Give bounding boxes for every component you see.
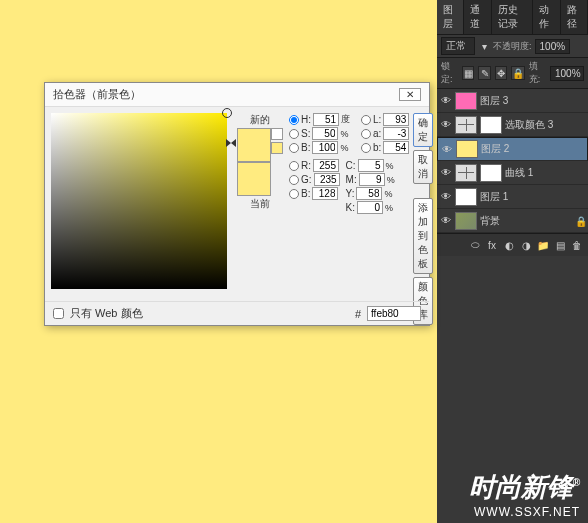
dialog-footer: 只有 Web 颜色 # <box>45 301 429 325</box>
color-picker-dialog: 拾色器（前景色） ✕ 新的 当前 <box>44 82 430 326</box>
new-label: 新的 <box>250 113 270 127</box>
hex-input[interactable] <box>367 306 421 321</box>
warning-icon[interactable] <box>271 128 283 140</box>
new-color-swatch[interactable] <box>237 128 271 162</box>
tab-layers[interactable]: 图层 <box>437 0 464 34</box>
layer-name: 图层 2 <box>481 142 509 156</box>
layer-name: 选取颜色 3 <box>505 118 553 132</box>
lock-position-icon[interactable]: ✥ <box>495 66 507 80</box>
trash-icon[interactable]: 🗑 <box>570 238 584 252</box>
layers-toolbar: ⬭ fx ◐ ◑ 📁 ▤ 🗑 <box>437 233 588 256</box>
lock-label: 锁定: <box>441 60 458 86</box>
eye-icon[interactable]: 👁 <box>441 143 453 155</box>
lock-pixels-icon[interactable]: ✎ <box>478 66 490 80</box>
adjustment-icon[interactable]: ◑ <box>519 238 533 252</box>
eye-icon[interactable]: 👁 <box>440 167 452 179</box>
rgb-b-radio[interactable] <box>289 189 299 199</box>
rgb-group: R: G: B: <box>289 159 340 214</box>
a-radio[interactable] <box>361 129 371 139</box>
ok-button[interactable]: 确定 <box>413 113 433 147</box>
r-radio[interactable] <box>289 161 299 171</box>
k-input[interactable] <box>357 201 383 214</box>
close-button[interactable]: ✕ <box>399 88 421 101</box>
fill-input[interactable]: 100% <box>550 66 584 81</box>
eye-icon[interactable]: 👁 <box>440 119 452 131</box>
g-input[interactable] <box>314 173 340 186</box>
tab-paths[interactable]: 路径 <box>561 0 588 34</box>
color-field[interactable] <box>51 113 227 289</box>
layers-panel: 图层 通道 历史记录 动作 路径 正常 ▾ 不透明度: 100% 锁定: ▦ ✎… <box>437 0 588 523</box>
layer-name: 背景 <box>480 214 500 228</box>
m-input[interactable] <box>359 173 385 186</box>
opacity-input[interactable]: 100% <box>535 39 571 54</box>
layer-name: 图层 1 <box>480 190 508 204</box>
layer-mask-thumb[interactable] <box>480 116 502 134</box>
layer-row[interactable]: 👁 图层 3 <box>437 89 588 113</box>
g-radio[interactable] <box>289 175 299 185</box>
a-input[interactable] <box>383 127 409 140</box>
hsb-group: H:度 S:% B:% <box>289 113 355 154</box>
layer-row[interactable]: 👁 图层 2 <box>437 137 588 161</box>
layer-thumb[interactable] <box>455 164 477 182</box>
chevron-down-icon: ▾ <box>478 40 490 52</box>
cmyk-group: C:% M:% Y:% K:% <box>346 159 401 214</box>
rgb-b-input[interactable] <box>312 187 338 200</box>
s-radio[interactable] <box>289 129 299 139</box>
layer-row[interactable]: 👁 背景 🔒 <box>437 209 588 233</box>
s-input[interactable] <box>312 127 338 140</box>
tab-actions[interactable]: 动作 <box>533 0 560 34</box>
layer-thumb[interactable] <box>456 140 478 158</box>
current-color-swatch[interactable] <box>237 162 271 196</box>
l-input[interactable] <box>383 113 409 126</box>
panel-tabs: 图层 通道 历史记录 动作 路径 <box>437 0 588 35</box>
eye-icon[interactable]: 👁 <box>440 95 452 107</box>
b-radio[interactable] <box>289 143 299 153</box>
fx-icon[interactable]: fx <box>485 238 499 252</box>
layer-thumb[interactable] <box>455 212 477 230</box>
dialog-titlebar[interactable]: 拾色器（前景色） ✕ <box>45 83 429 107</box>
h-input[interactable] <box>313 113 339 126</box>
layer-thumb[interactable] <box>455 188 477 206</box>
mask-icon[interactable]: ◐ <box>502 238 516 252</box>
folder-icon[interactable]: 📁 <box>536 238 550 252</box>
tab-history[interactable]: 历史记录 <box>492 0 534 34</box>
websafe-swatch[interactable] <box>271 142 283 154</box>
c-input[interactable] <box>358 159 384 172</box>
lock-transparency-icon[interactable]: ▦ <box>462 66 474 80</box>
lab-b-radio[interactable] <box>361 143 371 153</box>
fill-label: 填充: <box>529 60 546 86</box>
tab-channels[interactable]: 通道 <box>464 0 491 34</box>
layer-mask-thumb[interactable] <box>480 164 502 182</box>
l-radio[interactable] <box>361 115 371 125</box>
layer-row[interactable]: 👁 选取颜色 3 <box>437 113 588 137</box>
lab-b-input[interactable] <box>383 141 409 154</box>
add-swatch-button[interactable]: 添加到色板 <box>413 198 433 274</box>
layer-thumb[interactable] <box>455 116 477 134</box>
dialog-buttons: 确定 取消 添加到色板 颜色库 <box>413 113 433 325</box>
y-input[interactable] <box>356 187 382 200</box>
layer-thumb[interactable] <box>455 92 477 110</box>
color-selector-ring <box>222 108 232 118</box>
cancel-button[interactable]: 取消 <box>413 150 433 184</box>
current-label: 当前 <box>250 197 270 211</box>
blend-mode-select[interactable]: 正常 <box>441 37 475 55</box>
webonly-label: 只有 Web 颜色 <box>70 306 143 321</box>
lock-row: 锁定: ▦ ✎ ✥ 🔒 填充: 100% <box>437 57 588 89</box>
lock-all-icon[interactable]: 🔒 <box>511 66 525 80</box>
lock-icon: 🔒 <box>575 216 585 226</box>
b-input[interactable] <box>312 141 338 154</box>
eye-icon[interactable]: 👁 <box>440 215 452 227</box>
webonly-checkbox[interactable] <box>53 308 64 319</box>
layer-name: 图层 3 <box>480 94 508 108</box>
r-input[interactable] <box>313 159 339 172</box>
layer-row[interactable]: 👁 曲线 1 <box>437 161 588 185</box>
layer-row[interactable]: 👁 图层 1 <box>437 185 588 209</box>
new-layer-icon[interactable]: ▤ <box>553 238 567 252</box>
layers-list: 👁 图层 3 👁 选取颜色 3 👁 图层 2 👁 曲线 1 👁 图层 1 <box>437 89 588 233</box>
opacity-label: 不透明度: <box>493 40 532 53</box>
h-radio[interactable] <box>289 115 299 125</box>
lab-group: L: a: b: <box>361 113 409 154</box>
eye-icon[interactable]: 👁 <box>440 191 452 203</box>
link-icon[interactable]: ⬭ <box>468 238 482 252</box>
layer-name: 曲线 1 <box>505 166 533 180</box>
